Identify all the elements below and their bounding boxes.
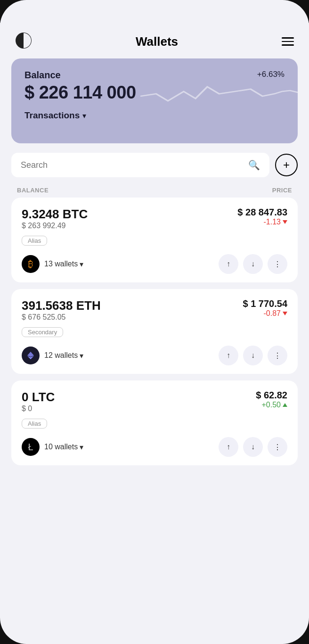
ltc-coin-info: Ł 10 wallets ▾ xyxy=(22,438,83,456)
btc-receive-button[interactable]: ↓ xyxy=(243,254,263,274)
down-arrow-icon xyxy=(283,220,287,224)
ltc-balance-amount: 0 LTC xyxy=(22,390,55,405)
ltc-action-buttons: ↑ ↓ ⋮ xyxy=(219,437,287,457)
crypto-card-ltc: 0 LTC $ 0 $ 62.82 +0.50 Alias Ł xyxy=(11,380,298,465)
ltc-balance-usd: $ 0 xyxy=(22,405,55,413)
btc-wallets-count: 13 wallets ▾ xyxy=(44,260,83,269)
ltc-alias-badge[interactable]: Alias xyxy=(22,419,47,429)
eth-balance-usd: $ 676 525.05 xyxy=(22,313,101,322)
logo-icon xyxy=(15,32,32,51)
btc-icon: ₿ xyxy=(22,255,40,273)
chevron-down-icon: ▾ xyxy=(82,111,86,120)
header: Wallets xyxy=(0,23,309,58)
chevron-down-icon: ▾ xyxy=(80,260,83,269)
app-container: Wallets Balance +6.63% $ 226 114 000 Tra… xyxy=(0,23,309,477)
transactions-label: Transactions xyxy=(24,110,80,121)
balance-chart xyxy=(140,77,298,115)
eth-price: $ 1 770.54 xyxy=(243,298,287,309)
btc-price: $ 28 847.83 xyxy=(237,207,287,218)
chevron-down-icon: ▾ xyxy=(80,443,83,452)
search-icon: 🔍 xyxy=(248,159,260,171)
phone-frame: Wallets Balance +6.63% $ 226 114 000 Tra… xyxy=(0,0,309,644)
search-input[interactable] xyxy=(21,160,244,170)
ltc-change: +0.50 xyxy=(256,401,287,409)
btc-change: -1.13 xyxy=(237,218,287,226)
search-bar: 🔍 xyxy=(11,153,269,177)
ltc-wallets-count: 10 wallets ▾ xyxy=(44,443,83,452)
eth-receive-button[interactable]: ↓ xyxy=(243,346,263,365)
eth-balance-amount: 391.5638 ETH xyxy=(22,298,101,313)
up-arrow-icon xyxy=(283,403,287,407)
ltc-more-button[interactable]: ⋮ xyxy=(268,437,287,457)
btc-balance-amount: 9.3248 BTC xyxy=(22,207,88,222)
price-column-header: PRICE xyxy=(272,187,292,194)
ltc-price: $ 62.82 xyxy=(256,390,287,401)
chevron-down-icon: ▾ xyxy=(80,351,83,360)
eth-more-button[interactable]: ⋮ xyxy=(268,346,287,365)
ltc-receive-button[interactable]: ↓ xyxy=(243,437,263,457)
eth-coin-info: 12 wallets ▾ xyxy=(22,347,83,364)
btc-action-buttons: ↑ ↓ ⋮ xyxy=(219,254,287,274)
crypto-list: 9.3248 BTC $ 263 992.49 $ 28 847.83 -1.1… xyxy=(0,198,309,477)
eth-send-button[interactable]: ↑ xyxy=(219,346,238,365)
eth-action-buttons: ↑ ↓ ⋮ xyxy=(219,346,287,365)
btc-coin-info: ₿ 13 wallets ▾ xyxy=(22,255,83,273)
ltc-icon: Ł xyxy=(22,438,40,456)
eth-alias-badge[interactable]: Secondary xyxy=(22,327,63,337)
svg-marker-1 xyxy=(27,352,34,357)
balance-label: Balance xyxy=(24,70,61,81)
balance-card: Balance +6.63% $ 226 114 000 Transaction… xyxy=(11,58,298,143)
eth-icon xyxy=(22,347,40,364)
btc-alias-badge[interactable]: Alias xyxy=(22,236,47,246)
hamburger-menu-button[interactable] xyxy=(282,37,294,46)
btc-balance-usd: $ 263 992.49 xyxy=(22,222,88,230)
balance-column-header: BALANCE xyxy=(17,187,49,194)
btc-send-button[interactable]: ↑ xyxy=(219,254,238,274)
down-arrow-icon xyxy=(283,312,287,315)
ltc-send-button[interactable]: ↑ xyxy=(219,437,238,457)
add-wallet-button[interactable]: + xyxy=(275,154,298,176)
crypto-card-btc: 9.3248 BTC $ 263 992.49 $ 28 847.83 -1.1… xyxy=(11,198,298,282)
btc-more-button[interactable]: ⋮ xyxy=(268,254,287,274)
eth-wallets-count: 12 wallets ▾ xyxy=(44,351,83,360)
crypto-card-eth: 391.5638 ETH $ 676 525.05 $ 1 770.54 -0.… xyxy=(11,289,298,374)
eth-change: -0.87 xyxy=(243,309,287,318)
search-section: 🔍 + xyxy=(0,153,309,181)
page-title: Wallets xyxy=(136,34,178,49)
column-headers: BALANCE PRICE xyxy=(0,181,309,198)
